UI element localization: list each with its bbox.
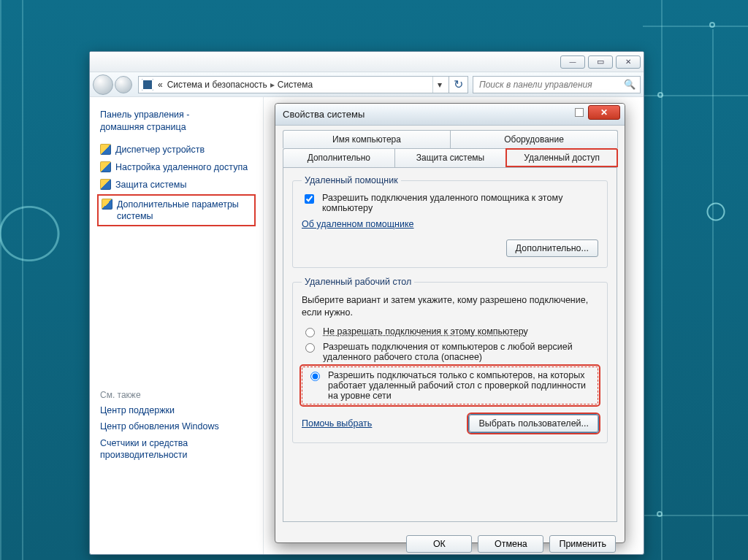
forward-button[interactable] [115, 76, 132, 93]
button-cancel[interactable]: Отмена [478, 535, 543, 553]
shield-icon [100, 144, 111, 155]
group-remote-desktop: Удаленный рабочий стол Выберите вариант … [292, 277, 608, 443]
dialog-footer: ОК Отмена Применить [275, 529, 625, 560]
window-titlebar[interactable] [90, 52, 644, 72]
sidebar-link-perf-tools[interactable]: Счетчики и средства производительности [100, 437, 253, 461]
refresh-button[interactable]: ↻ [449, 76, 468, 93]
minimize-button[interactable] [560, 55, 585, 69]
sidebar-item-label: Дополнительные параметры системы [117, 199, 251, 223]
dialog-help-icon[interactable] [575, 108, 584, 117]
radio-label: Разрешать подключения от компьютеров с л… [323, 342, 598, 362]
button-select-users[interactable]: Выбрать пользователей... [469, 415, 598, 432]
tab-hardware[interactable]: Оборудование [450, 130, 618, 148]
address-dropdown[interactable]: ▾ [432, 77, 446, 93]
link-about-remote-assistance[interactable]: Об удаленном помощнике [302, 219, 414, 229]
shield-icon [100, 161, 111, 172]
sidebar-item-remote-settings[interactable]: Настройка удаленного доступа [100, 161, 253, 173]
see-also-heading: См. также [100, 390, 253, 400]
sidebar-item-label: Настройка удаленного доступа [115, 161, 248, 173]
chevron-right-icon: ▸ [270, 80, 275, 90]
breadcrumb-system[interactable]: Система [278, 80, 313, 90]
checkbox-allow-remote-assistance[interactable] [305, 194, 314, 204]
sidebar-link-windows-update[interactable]: Центр обновления Windows [100, 421, 253, 432]
search-icon: 🔍 [624, 79, 636, 90]
button-apply[interactable]: Применить [549, 535, 616, 553]
checkbox-label: Разрешить подключения удаленного помощни… [322, 193, 598, 213]
group-remote-assistance: Удаленный помощник Разрешить подключения… [292, 175, 608, 268]
tab-computer-name[interactable]: Имя компьютера [283, 130, 451, 148]
toolbar: « Система и безопасность ▸ Система ▾ ↻ 🔍 [90, 72, 644, 97]
breadcrumb-security[interactable]: Система и безопасность [167, 80, 267, 90]
dialog-title: Свойства системы [283, 109, 365, 120]
back-button[interactable] [93, 74, 113, 95]
dialog-titlebar[interactable]: Свойства системы ✕ [275, 104, 625, 126]
dialog-close-button[interactable]: ✕ [588, 105, 620, 120]
group-legend: Удаленный помощник [302, 175, 401, 185]
tab-system-protection[interactable]: Защита системы [394, 148, 507, 167]
tab-remote[interactable]: Удаленный доступ [505, 148, 618, 167]
tab-advanced[interactable]: Дополнительно [283, 148, 395, 167]
search-box[interactable]: 🔍 [473, 76, 641, 93]
radio-rdp-any-version[interactable] [305, 343, 315, 353]
radio-label: Разрешить подключаться только с компьюте… [328, 370, 593, 401]
system-properties-dialog: Свойства системы ✕ Имя компьютера Оборуд… [275, 103, 625, 543]
sidebar-link-action-center[interactable]: Центр поддержки [100, 404, 253, 416]
radio-label: Не разрешать подключения к этому компьют… [323, 326, 528, 337]
sidebar-item-advanced-system[interactable]: Дополнительные параметры системы [100, 197, 253, 224]
shield-icon [100, 179, 111, 190]
maximize-button[interactable] [588, 55, 613, 69]
tab-panel-remote: Удаленный помощник Разрешить подключения… [283, 167, 617, 522]
button-ok[interactable]: ОК [406, 535, 472, 553]
control-panel-icon [142, 79, 153, 91]
address-bar[interactable]: « Система и безопасность ▸ Система ▾ [138, 76, 449, 93]
sidebar-item-label: Диспетчер устройств [115, 144, 205, 156]
sidebar-item-system-protection[interactable]: Защита системы [100, 179, 253, 191]
radio-rdp-nla-only[interactable] [310, 372, 320, 381]
rdp-description: Выберите вариант и затем укажите, кому р… [302, 294, 598, 319]
link-help-choose[interactable]: Помочь выбрать [302, 418, 372, 429]
button-advanced[interactable]: Дополнительно... [506, 239, 598, 257]
sidebar-item-device-manager[interactable]: Диспетчер устройств [100, 144, 253, 156]
sidebar-item-label: Защита системы [115, 179, 186, 191]
search-input[interactable] [478, 79, 624, 91]
radio-rdp-disallow[interactable] [305, 328, 315, 337]
shield-icon [102, 199, 112, 210]
refresh-icon: ↻ [454, 77, 463, 91]
group-legend: Удаленный рабочий стол [302, 277, 414, 287]
sidebar-home-link[interactable]: Панель управления - домашняя страница [100, 109, 253, 134]
sidebar: Панель управления - домашняя страница Ди… [90, 97, 264, 554]
close-button[interactable] [616, 55, 641, 69]
breadcrumb-sep: « [158, 80, 163, 90]
